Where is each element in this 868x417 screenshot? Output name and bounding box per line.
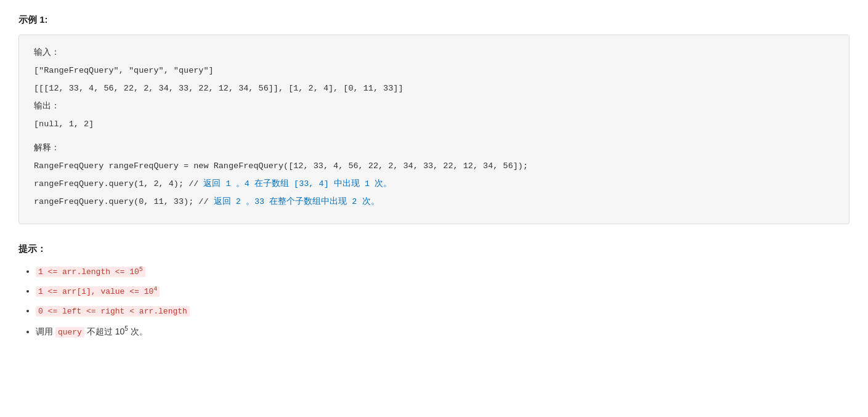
explain-line3-comment: 返回 2 。33 在整个子数组中出现 2 次。: [214, 197, 379, 206]
explain-line3-prefix: rangeFreqQuery.query(0, 11, 33); //: [34, 197, 214, 206]
input-line2: [[[12, 33, 4, 56, 22, 2, 34, 33, 22, 12,…: [34, 82, 834, 96]
output-label-text: 输出：: [34, 102, 60, 111]
input-label-text: 输入：: [34, 48, 60, 57]
hints-section: 提示： 1 <= arr.length <= 105 1 <= arr[i], …: [18, 241, 850, 339]
input-label: 输入：: [34, 46, 834, 60]
explain-label-text: 解释：: [34, 144, 60, 153]
hint-item-1: 1 <= arr.length <= 105: [36, 264, 850, 278]
explain-line1: RangeFreqQuery rangeFreqQuery = new Rang…: [34, 160, 834, 174]
explain-line2-prefix: rangeFreqQuery.query(1, 2, 4); //: [34, 179, 203, 188]
explain-line2-comment: 返回 1 。4 在子数组 [33, 4] 中出现 1 次。: [203, 179, 392, 188]
output-line1: [null, 1, 2]: [34, 118, 834, 132]
hints-list: 1 <= arr.length <= 105 1 <= arr[i], valu…: [18, 264, 850, 339]
hint-4-prefix: 调用: [36, 326, 55, 336]
hint-item-4: 调用 query 不超过 105 次。: [36, 323, 850, 339]
example-title: 示例 1:: [18, 12, 850, 27]
hints-title: 提示：: [18, 241, 850, 256]
hint-item-2: 1 <= arr[i], value <= 104: [36, 284, 850, 299]
hint-3-code: 0 <= left <= right < arr.length: [36, 306, 190, 317]
input-line1: ["RangeFreqQuery", "query", "query"]: [34, 64, 834, 78]
explain-label: 解释：: [34, 142, 834, 156]
explain-line2: rangeFreqQuery.query(1, 2, 4); // 返回 1 。…: [34, 177, 834, 192]
explain-line3: rangeFreqQuery.query(0, 11, 33); // 返回 2…: [34, 195, 834, 209]
example-section: 示例 1: 输入： ["RangeFreqQuery", "query", "q…: [18, 12, 850, 224]
hint-2-code: 1 <= arr[i], value <= 104: [36, 286, 160, 297]
hint-item-3: 0 <= left <= right < arr.length: [36, 304, 850, 318]
hint-4-query: query: [55, 327, 84, 338]
hint-4-middle: 不超过 105 次。: [84, 326, 148, 336]
example-box: 输入： ["RangeFreqQuery", "query", "query"]…: [18, 34, 850, 224]
output-label: 输出：: [34, 100, 834, 114]
hint-1-code: 1 <= arr.length <= 105: [36, 267, 145, 277]
